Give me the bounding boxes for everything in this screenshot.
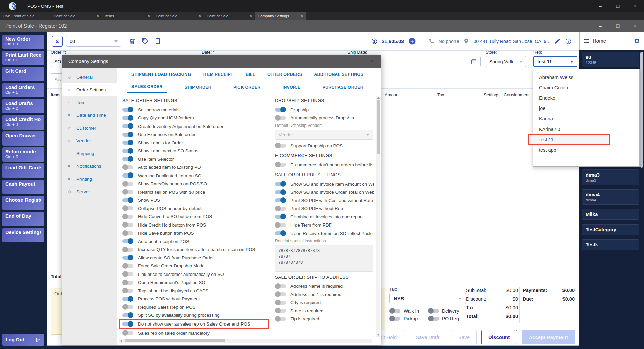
toggle-switch[interactable]: [122, 305, 133, 309]
inner-maximize-button[interactable]: □: [609, 23, 627, 29]
app-tab[interactable]: Point of Sale ×: [51, 12, 102, 20]
setting-toggle-row[interactable]: Restrict sell on POS with $0 price: [122, 189, 269, 195]
toggle-switch[interactable]: [275, 284, 286, 288]
category-tile[interactable]: 90 12345: [582, 52, 639, 67]
customer-card-icon[interactable]: [52, 36, 63, 47]
setting-toggle-row[interactable]: Link price to customer automatically on …: [122, 271, 269, 277]
setting-toggle-row[interactable]: Show POS: [122, 197, 269, 203]
toggle-switch[interactable]: [122, 165, 133, 169]
logout-button[interactable]: Log Out: [2, 334, 44, 346]
settings-nav-item[interactable]: = Date and Time: [62, 109, 117, 121]
table-column-header[interactable]: Tax: [434, 89, 480, 101]
scrollbar[interactable]: [640, 52, 643, 168]
order-type-toggle-row[interactable]: PO Req.: [428, 315, 470, 322]
toggle-switch[interactable]: [122, 223, 133, 227]
setting-toggle-row[interactable]: Address line 1 is required: [275, 291, 374, 297]
toggle-switch[interactable]: [428, 317, 439, 321]
app-tab[interactable]: Point of Sale ×: [204, 12, 255, 20]
dialog-horizontal-scrollbar[interactable]: [119, 339, 372, 343]
close-button[interactable]: ×: [627, 3, 644, 9]
sidebar-action-button[interactable]: Device Settings: [2, 228, 44, 242]
store-address[interactable]: 00 441 Tully Road San Jose, CA, 9...: [473, 39, 550, 44]
setting-toggle-row[interactable]: Allow create SO from Purchase Order: [122, 255, 269, 261]
settings-tab[interactable]: PURCHASE ORDER: [318, 82, 367, 92]
setting-toggle-row[interactable]: Copy Qty and UOM for item: [122, 115, 269, 121]
sidebar-action-button[interactable]: Load Drafts Ctrl + 2: [2, 99, 44, 113]
toggle-switch[interactable]: [122, 206, 133, 210]
rep-dropdown-item[interactable]: Abraham Weiss: [533, 72, 639, 82]
app-tab[interactable]: Point of Sale ×: [153, 12, 204, 20]
home-label[interactable]: Home: [593, 38, 606, 44]
category-tile[interactable]: TestCategory: [582, 224, 639, 235]
setting-toggle-row[interactable]: Hide Term from PDF: [275, 222, 374, 228]
dialog-maximize-button[interactable]: □: [354, 59, 357, 64]
toggle-switch[interactable]: [122, 190, 133, 194]
app-tab[interactable]: Company Settings ×: [255, 12, 306, 20]
toggle-switch[interactable]: [122, 116, 133, 120]
toggle-switch[interactable]: [275, 309, 286, 313]
item-column-header[interactable]: Item: [51, 92, 60, 97]
table-column-header[interactable]: Consignment: [500, 89, 534, 101]
settings-tab[interactable]: SHIPMENT LOAD TRACKING: [127, 69, 195, 80]
setting-toggle-row[interactable]: Hide Convert to SO button from POS: [122, 214, 269, 220]
toggle-switch[interactable]: [275, 223, 286, 227]
toggle-switch[interactable]: [122, 297, 133, 301]
toggle-switch[interactable]: [122, 331, 133, 335]
minimize-button[interactable]: –: [592, 3, 609, 9]
setting-toggle-row[interactable]: Combine all Invoices into one report: [275, 214, 374, 220]
setting-toggle-row[interactable]: Auto print receipt on POS: [122, 238, 269, 244]
settings-nav-item[interactable]: = Shipping: [62, 147, 117, 160]
sidebar-action-button[interactable]: Gift Card: [2, 67, 44, 81]
toggle-switch[interactable]: [122, 256, 133, 260]
sidebar-action-button[interactable]: Return mode Ctrl + R: [2, 147, 44, 162]
toggle-switch[interactable]: [122, 215, 133, 219]
tab-close-icon[interactable]: ×: [248, 14, 252, 18]
sidebar-action-button[interactable]: New Order Ctrl + 0: [2, 35, 44, 49]
order-type-toggle-row[interactable]: Pickup: [389, 315, 428, 322]
toggle-switch[interactable]: [275, 207, 286, 211]
setting-toggle-row[interactable]: Use Expenses on Sale order: [122, 132, 269, 138]
rep-dropdown-item[interactable]: Endeko: [533, 93, 639, 103]
tab-close-icon[interactable]: ×: [299, 14, 303, 18]
settings-tab[interactable]: BILL: [241, 69, 259, 80]
setting-toggle-row[interactable]: Print SO PDF without Rep: [275, 206, 374, 212]
category-tile[interactable]: Milka: [582, 209, 639, 220]
setting-toggle-row[interactable]: Sales rep on sales order mandatory: [122, 330, 269, 336]
settings-tab[interactable]: SALES ORDER: [127, 81, 167, 93]
setting-toggle-row[interactable]: State is required: [275, 308, 374, 314]
tab-close-icon[interactable]: ×: [197, 14, 201, 18]
tab-close-icon[interactable]: ×: [146, 14, 150, 18]
settings-nav-item[interactable]: ○ Customer: [62, 121, 117, 134]
setting-toggle-row[interactable]: Upon Receive Terms on SO reflect Packing…: [275, 230, 374, 236]
setting-toggle-row[interactable]: Tags should be displayed as CAPS: [122, 288, 269, 294]
settings-tab[interactable]: INVOICE: [279, 82, 305, 92]
setting-toggle-row[interactable]: Process POS without Payment: [122, 296, 269, 302]
toggle-switch[interactable]: [275, 108, 286, 112]
table-column-header[interactable]: Amount: [381, 89, 434, 101]
toggle-switch[interactable]: [122, 231, 133, 235]
sidebar-action-button[interactable]: Cash Payout: [2, 180, 44, 194]
gear-icon[interactable]: [634, 38, 640, 44]
sidebar-action-button[interactable]: Open Drawer: [2, 131, 44, 146]
sidebar-action-button[interactable]: Load Gift Cards: [2, 163, 44, 178]
toggle-switch[interactable]: [122, 264, 133, 268]
tax-select[interactable]: NYS: [389, 293, 466, 304]
register-select[interactable]: 00: [66, 36, 121, 47]
settings-tab[interactable]: PICK ORDER: [229, 82, 264, 92]
setting-toggle-row[interactable]: Warning Duplicated Item on SO: [122, 172, 269, 179]
info-icon[interactable]: [565, 38, 572, 45]
category-tile[interactable]: dima3 dima3: [582, 169, 639, 185]
rep-dropdown-item[interactable]: test 11: [528, 134, 610, 145]
rep-dropdown-item[interactable]: KArina2.0: [533, 124, 639, 134]
receipt-icon[interactable]: [154, 38, 161, 45]
toggle-switch[interactable]: [122, 289, 133, 293]
toggle-switch[interactable]: [275, 292, 286, 296]
toggle-switch[interactable]: [389, 317, 400, 321]
settings-tab[interactable]: ITEM RECEIPT: [199, 69, 237, 80]
toggle-switch[interactable]: [122, 173, 133, 178]
sidebar-action-button[interactable]: Load Credit Hold Ctrl + 3: [2, 115, 44, 130]
setting-toggle-row[interactable]: Hide Save button from POS: [122, 230, 269, 236]
setting-toggle-row[interactable]: Show Rate/Qty popup on POS/SO: [122, 181, 269, 187]
app-tab[interactable]: OMS Point of Sale ×: [0, 12, 51, 20]
setting-toggle-row[interactable]: Show SO and Invoice Item Amount on Web a…: [275, 181, 374, 187]
